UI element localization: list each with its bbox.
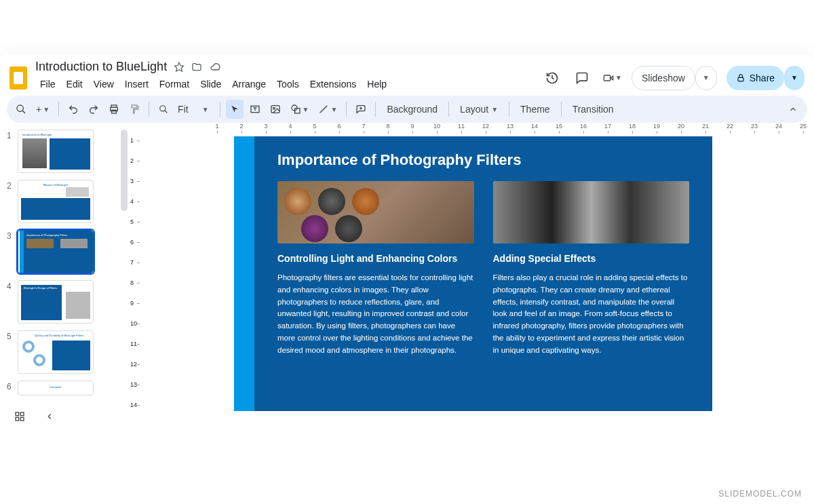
menu-help[interactable]: Help bbox=[362, 77, 391, 92]
workspace: 1 Introduction to BlueLight 2 Mission of… bbox=[0, 123, 814, 504]
thumb-number: 5 bbox=[7, 330, 14, 341]
transition-button[interactable]: Transition bbox=[567, 100, 619, 119]
slide-image-filters[interactable] bbox=[277, 181, 474, 244]
menu-tools[interactable]: Tools bbox=[272, 77, 304, 92]
slide-editor: 1234567891011121314151617181920212223242… bbox=[129, 123, 814, 504]
slide-thumbnail-6[interactable]: Computer bbox=[18, 381, 94, 395]
background-button[interactable]: Background bbox=[381, 100, 443, 119]
textbox-tool[interactable] bbox=[246, 100, 264, 119]
col2-heading[interactable]: Adding Special Effects bbox=[493, 253, 690, 264]
share-button[interactable]: Share bbox=[726, 66, 784, 90]
svg-rect-22 bbox=[20, 412, 24, 416]
thumb-number: 3 bbox=[7, 230, 14, 241]
svg-line-18 bbox=[320, 106, 328, 113]
zoom-button[interactable] bbox=[155, 100, 172, 119]
new-slide-button[interactable]: +▼ bbox=[33, 100, 53, 119]
slide-thumbnail-2[interactable]: Mission of BlueLight bbox=[18, 180, 94, 223]
filmstrip-collapse-icon[interactable] bbox=[39, 406, 60, 427]
menu-bar: File Edit View Insert Format Slide Arran… bbox=[35, 74, 401, 96]
svg-rect-1 bbox=[604, 75, 610, 81]
vertical-ruler[interactable]: 1234567891011121314 bbox=[129, 136, 142, 504]
svg-rect-21 bbox=[16, 412, 19, 416]
menu-edit[interactable]: Edit bbox=[62, 77, 88, 92]
col1-heading[interactable]: Controlling Light and Enhancing Colors bbox=[277, 253, 474, 264]
thumbnail-scrollbar[interactable] bbox=[121, 130, 128, 211]
menu-arrange[interactable]: Arrange bbox=[227, 77, 271, 92]
slide-thumbnail-5[interactable]: Quality and Durability of BlueLight Filt… bbox=[18, 330, 94, 374]
move-to-folder-icon[interactable] bbox=[191, 62, 202, 73]
menu-format[interactable]: Format bbox=[155, 77, 194, 92]
horizontal-ruler[interactable]: 1234567891011121314151617181920212223242… bbox=[129, 123, 814, 136]
redo-button[interactable] bbox=[85, 100, 102, 119]
thumb-number: 2 bbox=[7, 180, 14, 191]
col2-body[interactable]: Filters also play a crucial role in addi… bbox=[493, 272, 690, 357]
toolbar: +▼ Fit▼ ▼ ▼ Background Layout▼ Theme Tra… bbox=[7, 96, 807, 123]
svg-rect-17 bbox=[294, 109, 299, 113]
col1-body[interactable]: Photography filters are essential tools … bbox=[277, 272, 474, 357]
slide-stage[interactable]: Importance of Photography Filters Contro… bbox=[142, 136, 814, 504]
thumb-number: 6 bbox=[7, 381, 14, 391]
shape-tool[interactable]: ▼ bbox=[287, 100, 313, 119]
svg-marker-0 bbox=[174, 62, 183, 71]
slide-title[interactable]: Importance of Photography Filters bbox=[277, 151, 689, 169]
slide-image-effects[interactable] bbox=[493, 181, 690, 244]
svg-line-5 bbox=[22, 111, 25, 113]
history-icon[interactable] bbox=[542, 68, 562, 88]
app-window: Introduction to BlueLight File Edit View… bbox=[0, 54, 814, 504]
svg-rect-23 bbox=[16, 417, 19, 421]
comment-tool[interactable] bbox=[352, 100, 370, 119]
slide-thumbnail-4[interactable]: BlueLight's Range of Filters bbox=[18, 280, 94, 324]
layout-button[interactable]: Layout▼ bbox=[454, 100, 503, 119]
thumb-number: 4 bbox=[7, 280, 14, 291]
line-tool[interactable]: ▼ bbox=[315, 100, 341, 119]
image-tool[interactable] bbox=[267, 100, 284, 119]
thumb-number: 1 bbox=[7, 130, 14, 140]
select-tool[interactable] bbox=[226, 100, 244, 119]
comments-icon[interactable] bbox=[572, 68, 592, 88]
meet-icon[interactable]: ▼ bbox=[602, 68, 622, 88]
menu-file[interactable]: File bbox=[35, 77, 60, 92]
undo-button[interactable] bbox=[64, 100, 82, 119]
menu-slide[interactable]: Slide bbox=[195, 77, 226, 92]
svg-point-9 bbox=[160, 106, 166, 111]
paint-format-button[interactable] bbox=[125, 100, 143, 119]
slide-thumbnail-1[interactable]: Introduction to BlueLight bbox=[18, 130, 94, 173]
slideshow-button[interactable]: Slideshow bbox=[632, 66, 695, 90]
grid-view-icon[interactable] bbox=[9, 406, 30, 427]
svg-rect-24 bbox=[20, 417, 24, 421]
slides-logo-icon bbox=[9, 66, 27, 90]
slideshow-dropdown[interactable]: ▼ bbox=[695, 66, 717, 90]
document-name[interactable]: Introduction to BlueLight bbox=[35, 60, 167, 74]
zoom-select[interactable]: Fit▼ bbox=[175, 100, 214, 119]
menu-view[interactable]: View bbox=[89, 77, 119, 92]
svg-point-15 bbox=[273, 107, 275, 109]
slide-accent-bar bbox=[234, 136, 254, 411]
menu-extensions[interactable]: Extensions bbox=[305, 77, 361, 92]
slide-thumbnail-3[interactable]: Importance of Photography Filters bbox=[18, 230, 94, 273]
menu-insert[interactable]: Insert bbox=[120, 77, 153, 92]
watermark: SLIDEMODEL.COM bbox=[718, 489, 802, 499]
search-menus-icon[interactable] bbox=[12, 100, 30, 119]
cloud-status-icon[interactable] bbox=[209, 62, 221, 73]
share-dropdown[interactable]: ▼ bbox=[784, 66, 805, 90]
svg-line-10 bbox=[165, 111, 168, 113]
titlebar: Introduction to BlueLight File Edit View… bbox=[0, 54, 814, 96]
print-button[interactable] bbox=[105, 100, 123, 119]
star-icon[interactable] bbox=[174, 62, 185, 73]
slide-thumbnail-panel[interactable]: 1 Introduction to BlueLight 2 Mission of… bbox=[0, 123, 129, 504]
theme-button[interactable]: Theme bbox=[515, 100, 556, 119]
collapse-toolbar-icon[interactable] bbox=[784, 100, 802, 119]
svg-point-4 bbox=[17, 105, 23, 111]
svg-rect-3 bbox=[738, 77, 743, 81]
current-slide[interactable]: Importance of Photography Filters Contro… bbox=[224, 136, 712, 411]
